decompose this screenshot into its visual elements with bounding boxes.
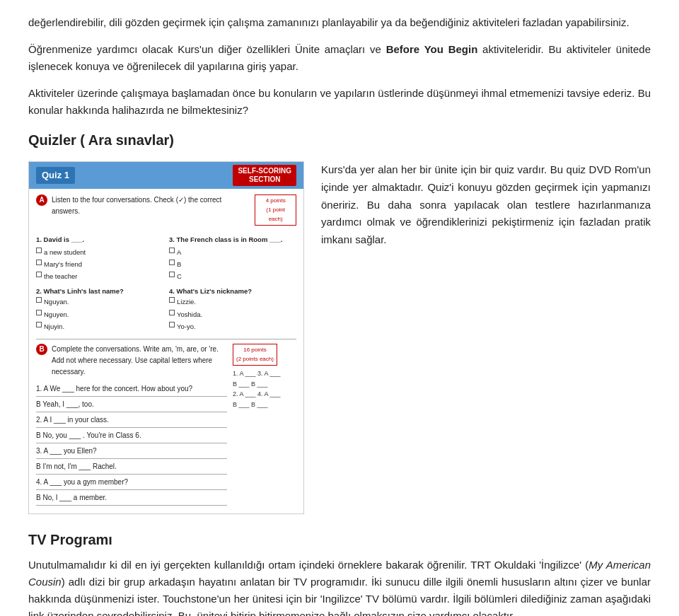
- quiz-instruction-b: B Complete the conversations. Write am, …: [36, 344, 227, 378]
- quiz-section-b: B Complete the conversations. Write am, …: [36, 344, 296, 508]
- quiz-q1-opt3: the teacher: [36, 271, 163, 281]
- quiz-fill-8: B No, I ___ a member.: [36, 492, 227, 506]
- quiz-q1-opt2: Mary's friend: [36, 259, 163, 269]
- quiz-col-left: 1. David is ___. a new student Mary's fr…: [36, 234, 163, 333]
- quiz-answer-col: 16 points(2 points each) 1. A ___ 3. A _…: [233, 344, 296, 409]
- quiz-header: Quiz 1 SELF-SCORINGSECTION: [29, 162, 303, 189]
- quiz-right-col1: 1. A ___ 3. A ___: [233, 368, 296, 378]
- tv-p1-end: ) adlı dizi bir grup arkadaşın hayatını …: [28, 576, 651, 616]
- quiz-q3-opt1-text: A: [177, 247, 181, 257]
- quiz-fill-2: B Yeah, I ___, too.: [36, 399, 227, 412]
- quiz-q3-opt1: A: [169, 247, 296, 257]
- quiz-q-columns: 1. David is ___. a new student Mary's fr…: [36, 234, 296, 333]
- quiz-right-col3: 2. A ___ 4. A ___: [233, 389, 296, 399]
- quiz-checkbox: [36, 297, 42, 303]
- quiz-q1-opt2-text: Mary's friend: [44, 259, 82, 269]
- quiz-right-col2: B ___ B ___: [233, 379, 296, 389]
- quizler-title: Quizler ( Ara sınavlar): [28, 129, 651, 151]
- tv-p1-start: Unutulmamalıdır ki dil en iyi gerçekten …: [28, 559, 588, 571]
- self-scoring-badge: SELF-SCORINGSECTION: [233, 165, 296, 186]
- quiz-letter-b: B: [36, 344, 47, 355]
- quiz-fill-section: B Complete the conversations. Write am, …: [36, 344, 227, 508]
- quiz-q2-label: 2. What's Linh's last name?: [36, 286, 163, 296]
- tv-section: TV Programı Unutulmamalıdır ki dil en iy…: [28, 528, 651, 616]
- quiz-q1-opt1: a new student: [36, 247, 163, 257]
- quiz-q4-opt1: Lizzie.: [169, 296, 296, 307]
- quiz-checkbox: [36, 260, 42, 265]
- quiz-fill-4: B No, you ___ . You're in Class 6.: [36, 430, 227, 443]
- p2-bold: Before You Begin: [386, 43, 478, 55]
- quiz-q3-opt3: C: [169, 271, 296, 281]
- p2-start: Öğrenmenize yardımcı olacak Kurs'un diğe…: [28, 43, 386, 55]
- tv-title: TV Programı: [28, 528, 651, 551]
- quiz-checkbox: [36, 248, 42, 253]
- quiz-checkbox: [169, 248, 175, 253]
- quiz-q4-opt3-text: Yo-yo.: [177, 321, 196, 332]
- quiz-q1-opt3-text: the teacher: [44, 271, 78, 281]
- quiz-q2-opt2: Nguyen.: [36, 309, 163, 320]
- paragraph-1: değerlendirebilir, dili gözden geçirmek …: [28, 14, 651, 31]
- quiz-q3-opt3-text: C: [177, 271, 182, 281]
- quiz-q4-opt2: Yoshida.: [169, 309, 296, 320]
- quiz-q2-opt3-text: Njuyin.: [44, 321, 64, 332]
- quiz-checkbox: [169, 260, 175, 265]
- quiz-q4-opt2-text: Yoshida.: [177, 309, 202, 320]
- quiz-instruction-a: A Listen to the four conversations. Chec…: [36, 194, 296, 228]
- quiz-checkbox: [169, 322, 175, 327]
- tv-paragraph: Unutulmamalıdır ki dil en iyi gerçekten …: [28, 557, 651, 616]
- quiz-checkbox: [36, 272, 42, 277]
- quiz-fill-5: 3. A ___ you Ellen?: [36, 446, 227, 459]
- quiz-fill-7: 4. A ___ you a gym member?: [36, 477, 227, 490]
- quiz-q2-opt3: Njuyin.: [36, 321, 163, 332]
- quiz-q3-label: 3. The French class is in Room ___.: [169, 234, 296, 245]
- quiz-fill-1: 1. A We ___ here for the concert. How ab…: [36, 383, 227, 397]
- quiz-points-a: 4 points(1 point each): [255, 194, 296, 226]
- quiz-q1-label: 1. David is ___.: [36, 234, 163, 245]
- quiz-q4-opt1-text: Lizzie.: [177, 296, 196, 307]
- quiz-q4-opt3: Yo-yo.: [169, 321, 296, 332]
- paragraph-2: Öğrenmenize yardımcı olacak Kurs'un diğe…: [28, 41, 651, 75]
- quiz-label: Quiz 1: [36, 167, 75, 185]
- quiz-q2-opt1: Nguyan.: [36, 296, 163, 307]
- quiz-letter-a: A: [36, 194, 47, 206]
- quiz-col-right: 3. The French class is in Room ___. A B: [169, 234, 296, 333]
- quizler-section: Quiz 1 SELF-SCORINGSECTION A Listen to t…: [28, 161, 651, 514]
- quiz-image-box: Quiz 1 SELF-SCORINGSECTION A Listen to t…: [28, 161, 304, 514]
- paragraph-3: Aktiviteler üzerinde çalışmaya başlamada…: [28, 85, 651, 119]
- quiz-instruction-a-text: Listen to the four conversations. Check …: [52, 194, 250, 217]
- quiz-q3-opt2: B: [169, 259, 296, 269]
- quiz-q3-opt2-text: B: [177, 259, 181, 269]
- quiz-checkbox: [36, 310, 42, 315]
- page-content: değerlendirebilir, dili gözden geçirmek …: [28, 14, 651, 616]
- quiz-checkbox: [169, 310, 175, 315]
- quiz-q2-opt2-text: Nguyen.: [44, 309, 69, 320]
- quiz-q4-label: 4. What's Liz's nickname?: [169, 286, 296, 296]
- quiz-checkbox: [169, 297, 175, 303]
- quiz-q1-opt1-text: a new student: [44, 247, 86, 257]
- quiz-instruction-b-text: Complete the conversations. Write am, 'm…: [52, 344, 227, 378]
- quiz-body: A Listen to the four conversations. Chec…: [29, 189, 303, 513]
- quiz-checkbox: [36, 322, 42, 327]
- quiz-right-col4: B ___ B ___: [233, 400, 296, 409]
- quiz-divider: [36, 339, 296, 339]
- quiz-q2-opt1-text: Nguyan.: [44, 296, 69, 307]
- quiz-description: Kurs'da yer alan her bir ünite için bir …: [321, 161, 651, 249]
- quiz-checkbox: [169, 272, 175, 277]
- quiz-fill-3: 2. A I ___ in your class.: [36, 414, 227, 428]
- quiz-points-b: 16 points(2 points each): [233, 344, 277, 366]
- quiz-fill-6: B I'm not, I'm ___ Rachel.: [36, 461, 227, 475]
